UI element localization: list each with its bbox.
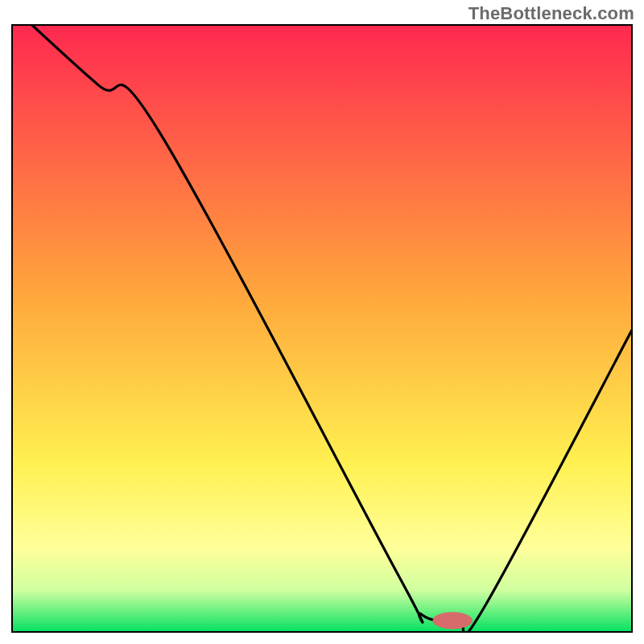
chart-svg	[11, 24, 633, 633]
plot-area	[11, 24, 633, 633]
chart-stage: TheBottleneck.com	[0, 0, 644, 644]
heat-background	[11, 24, 633, 633]
watermark-text: TheBottleneck.com	[469, 3, 634, 24]
optimal-marker	[432, 612, 472, 629]
